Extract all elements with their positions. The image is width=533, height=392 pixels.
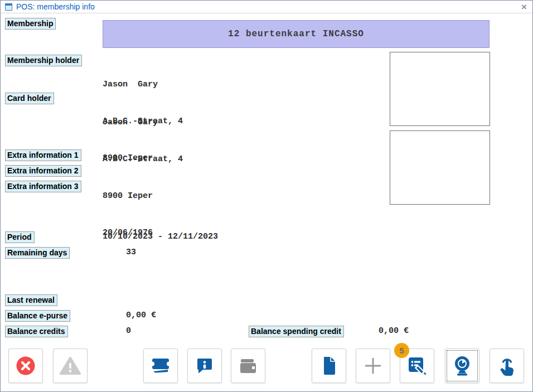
chat-info-icon [196,357,213,374]
balance-spending-credit-label: Balance spending credit [249,326,344,337]
form-edit-icon [408,356,427,375]
membership-card-button[interactable] [143,349,178,383]
balance-credits-value: 0 [126,325,131,337]
webcam-button[interactable] [445,349,479,383]
webcam-icon [453,356,472,376]
notification-badge: 5 [394,343,409,358]
window-title: POS: membership info [16,2,95,11]
holder-name-line: Jason Gary [103,79,183,91]
extra-information-3-label: Extra information 3 [5,181,81,192]
card-holder-label: Card holder [5,93,54,104]
last-renewal-label: Last renewal [5,294,57,306]
cancel-button[interactable] [8,349,43,383]
touch-select-button[interactable] [490,349,524,383]
wallet-icon [240,359,256,374]
period-label: Period [5,231,35,243]
photo-placeholder-2 [390,130,490,205]
document-icon [321,356,337,375]
touch-hand-icon [497,356,516,376]
warning-button [53,349,88,383]
period-value: 10/10/2023 - 12/11/2023 [103,231,218,243]
membership-label: Membership [5,18,56,30]
cardholder-name-line: Jason Gary [103,117,183,129]
wallet-button [231,349,265,383]
balance-credits-label: Balance credits [5,326,68,337]
add-button [356,349,390,383]
extra-information-2-label: Extra information 2 [5,165,81,177]
close-icon[interactable]: × [521,1,527,13]
cardholder-city-line: 8900 Ieper [103,190,183,202]
ticket-icon [151,357,170,375]
photo-placeholder-1 [390,52,490,126]
title-bar: POS: membership info × [1,1,532,13]
membership-name-banner: 12 beurtenkaart INCASSO [103,20,490,48]
window-icon [5,3,12,11]
balance-spending-credit-value: 0,00 € [379,325,409,337]
membership-holder-label: Membership holder [5,55,82,66]
cancel-circle-icon [16,356,36,376]
cardholder-street-line: A.B.C.-Straat, 4 [103,153,183,166]
membership-name: 12 beurtenkaart INCASSO [228,29,364,39]
plus-icon [363,356,383,376]
remaining-days-value: 33 [126,246,136,259]
badge-count: 5 [399,346,404,355]
membership-info-window: POS: membership info × Membership Member… [0,0,533,392]
info-message-button[interactable] [187,349,222,383]
warning-triangle-icon [60,356,81,375]
remaining-days-label: Remaining days [5,247,70,259]
balance-epurse-label: Balance e-purse [5,310,70,322]
extra-information-1-label: Extra information 1 [5,149,81,161]
balance-epurse-value: 0,00 € [126,309,156,322]
document-button[interactable] [312,349,346,383]
